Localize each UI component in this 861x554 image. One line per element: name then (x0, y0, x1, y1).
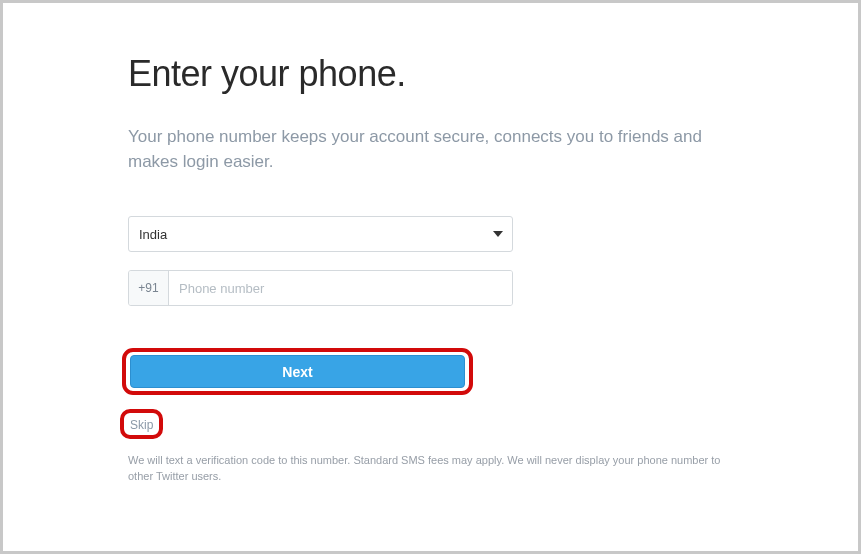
page-title: Enter your phone. (128, 53, 858, 95)
skip-link[interactable]: Skip (130, 418, 153, 432)
highlight-next-annotation: Next (122, 348, 473, 395)
page-subtitle: Your phone number keeps your account sec… (128, 125, 738, 174)
signup-phone-step: Enter your phone. Your phone number keep… (0, 0, 861, 554)
highlight-skip-annotation: Skip (120, 409, 163, 439)
country-row: India (128, 216, 858, 252)
phone-row: +91 (128, 270, 858, 306)
disclaimer-text: We will text a verification code to this… (128, 453, 748, 485)
country-select-value: India (139, 227, 167, 242)
next-button[interactable]: Next (130, 355, 465, 388)
phone-prefix: +91 (129, 271, 169, 305)
phone-input-group: +91 (128, 270, 513, 306)
country-select[interactable]: India (128, 216, 513, 252)
phone-input[interactable] (169, 271, 512, 305)
